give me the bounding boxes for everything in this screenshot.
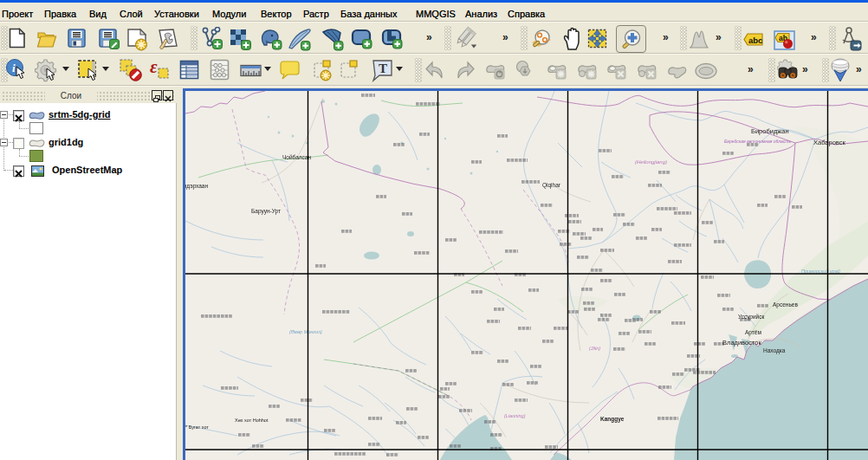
svg-text:i: i <box>12 62 16 75</box>
svg-text:Уссурийск: Уссурийск <box>738 314 764 321</box>
svg-text:Приморский край: Приморский край <box>801 269 840 274</box>
svg-text:ε: ε <box>150 58 158 77</box>
svg-text:Арсеньев: Арсеньев <box>773 301 798 308</box>
svg-text:Qiqihar: Qiqihar <box>542 182 561 189</box>
svg-text:Еврейская автономная область: Еврейская автономная область <box>724 139 792 144</box>
svg-text:Чойбалсан: Чойбалсан <box>282 154 311 160</box>
svg-text:abc: abc <box>748 36 762 45</box>
svg-text:Артём: Артём <box>745 329 761 336</box>
svg-text:Владивосток: Владивосток <box>722 339 761 347</box>
svg-text:Хөх хот Hohhot: Хөх хот Hohhot <box>235 418 269 423</box>
svg-text:T: T <box>379 62 387 75</box>
svg-text:Находка: Находка <box>763 347 786 354</box>
svg-text:(Өвөр Монгол): (Өвөр Монгол) <box>289 329 322 334</box>
svg-text:(Heilongjiang): (Heilongjiang) <box>635 159 667 165</box>
svg-text:Kanggye: Kanggye <box>600 416 625 423</box>
svg-text:Хабаровск: Хабаровск <box>813 139 845 146</box>
svg-text:Баруун-Урт: Баруун-Урт <box>251 208 281 215</box>
svg-text:Эндэрхаан: Эндэрхаан <box>185 183 208 190</box>
svg-text:* Бугат хот: * Бугат хот <box>185 424 209 430</box>
svg-text:Биробиджан: Биробиджан <box>751 127 789 135</box>
svg-text:(Jilin): (Jilin) <box>589 346 600 351</box>
svg-text:(Liaoning): (Liaoning) <box>504 413 526 418</box>
